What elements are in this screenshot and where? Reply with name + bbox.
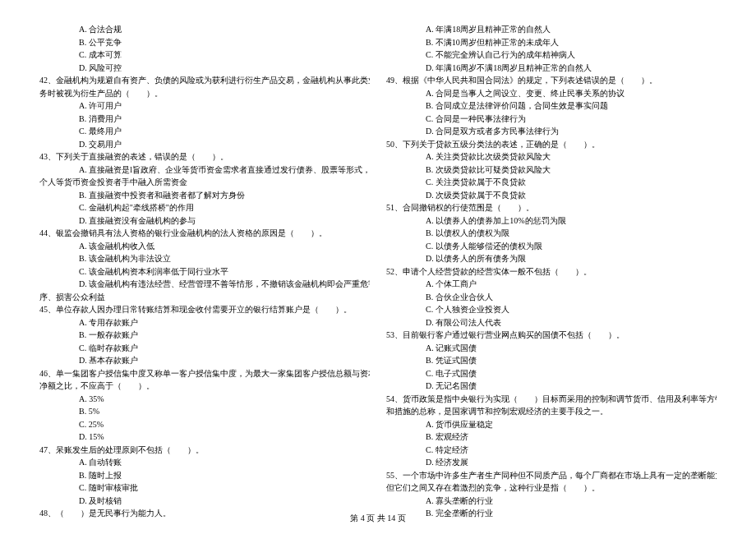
text-line: B. 该金融机构为非法设立 (39, 252, 370, 265)
text-line: 43、下列关于直接融资的表述，错误的是（ ）。 (39, 150, 370, 163)
text-line: B. 不满10周岁但精神正常的未成年人 (386, 36, 717, 49)
text-line: C. 成本可算 (39, 48, 370, 62)
text-line: C. 合同是一种民事法律行为 (386, 113, 717, 126)
text-line: A. 自动转账 (39, 456, 370, 469)
text-line: B. 以债权人的债权为限 (386, 227, 717, 240)
text-line: D. 及时核销 (39, 495, 370, 508)
text-line: 但它们之间又存在着激烈的竞争，这种行业是指（ ）。 (386, 481, 717, 495)
text-line: 52、申请个人经营贷款的经营实体一般不包括（ ）。 (386, 265, 717, 279)
text-line: 49、根据《中华人民共和国合同法》的规定，下列表述错误的是（ ）。 (386, 74, 717, 87)
text-line: C. 随时审核审批 (39, 481, 370, 495)
text-line: B. 公平竞争 (39, 36, 370, 49)
text-line: 47、呆账发生后的处理原则不包括（ ）。 (39, 444, 370, 457)
text-line: B. 5% (39, 405, 370, 418)
text-line: C. 关注类贷款属于不良贷款 (386, 176, 717, 189)
text-line: 53、目前银行客户通过银行营业网点购买的国债不包括（ ）。 (386, 329, 717, 342)
text-line: C. 25% (39, 418, 370, 431)
text-line: D. 基本存款账户 (39, 354, 370, 367)
text-line: 46、单一集团客户授信集中度又称单一客户授信集中度，为最大一家集团客户授信总额与… (39, 367, 370, 380)
text-line: B. 随时上报 (39, 469, 370, 482)
text-line: A. 合法合规 (39, 23, 370, 36)
text-line: 42、金融机构为规避自有资产、负债的风险或为获利进行衍生产品交易，金融机构从事此… (39, 74, 370, 87)
text-line: 序、损害公众利益 (39, 291, 370, 304)
text-line: C. 特定经济 (386, 444, 717, 457)
text-line: B. 直接融资中投资者和融资者都了解对方身份 (39, 189, 370, 202)
text-line: C. 该金融机构资本利润率低于同行业水平 (39, 265, 370, 279)
text-line: A. 寡头垄断的行业 (386, 495, 717, 508)
text-line: 51、合同撤销权的行使范围是（ ）。 (386, 201, 717, 214)
text-line: C. 以债务人能够偿还的债权为限 (386, 240, 717, 253)
text-line: B. 一般存款账户 (39, 329, 370, 342)
text-line: D. 经济发展 (386, 456, 717, 469)
right-column: A. 年满18周岁且精神正常的自然人B. 不满10周岁但精神正常的未成年人C. … (378, 23, 717, 520)
text-line: B. 消费用户 (39, 113, 370, 126)
text-line: C. 最终用户 (39, 125, 370, 138)
text-line: D. 15% (39, 430, 370, 444)
text-line: B. 宏观经济 (386, 430, 717, 444)
text-line: D. 有限公司法人代表 (386, 316, 717, 329)
text-line: B. 次级类贷款比可疑类贷款风险大 (386, 163, 717, 177)
page-footer: 第 4 页 共 14 页 (0, 512, 756, 525)
text-line: A. 关注类贷款比次级类贷款风险大 (386, 150, 717, 163)
text-line: 净额之比，不应高于（ ）。 (39, 380, 370, 393)
text-line: 50、下列关于贷款五级分类法的表述，正确的是（ ）。 (386, 138, 717, 151)
text-line: D. 年满16周岁不满18周岁且精神正常的自然人 (386, 62, 717, 75)
left-column: A. 合法合规B. 公平竞争C. 成本可算D. 风险可控42、金融机构为规避自有… (39, 23, 378, 520)
text-line: A. 以债券人的债券加上10%的惩罚为限 (386, 214, 717, 228)
text-line: 个人等货币资金投资者手中融入所需资金 (39, 176, 370, 189)
text-line: A. 35% (39, 393, 370, 406)
text-line: D. 以债务人的所有债务为限 (386, 252, 717, 265)
text-line: B. 合同成立是法律评价问题，合同生效是事实问题 (386, 99, 717, 113)
text-line: D. 直接融资没有金融机构的参与 (39, 214, 370, 228)
text-line: 45、单位存款人因办理日常转账结算和现金收付需要开立的银行结算账户是（ ）。 (39, 303, 370, 316)
text-line: 和措施的总称，是国家调节和控制宏观经济的主要手段之一。 (386, 405, 717, 418)
text-line: 务时被视为衍生产品的（ ）。 (39, 87, 370, 100)
text-line: C. 不能完全辨认自己行为的成年精神病人 (386, 48, 717, 62)
text-line: D. 该金融机构有违法经营、经营管理不善等情形，不撤销该金融机构即会严重危害金融… (39, 278, 370, 291)
text-line: D. 风险可控 (39, 62, 370, 75)
page-content: A. 合法合规B. 公平竞争C. 成本可算D. 风险可控42、金融机构为规避自有… (0, 0, 756, 534)
text-line: C. 个人独资企业投资人 (386, 303, 717, 316)
text-line: C. 电子式国债 (386, 367, 717, 380)
text-line: A. 合同是当事人之间设立、变更、终止民事关系的协议 (386, 87, 717, 100)
text-line: A. 个体工商户 (386, 278, 717, 291)
text-line: D. 无记名国债 (386, 380, 717, 393)
text-line: D. 合同是双方或者多方民事法律行为 (386, 125, 717, 138)
text-line: D. 交易用户 (39, 138, 370, 151)
text-line: B. 合伙企业合伙人 (386, 291, 717, 304)
text-line: A. 专用存款账户 (39, 316, 370, 329)
text-line: 44、银监会撤销具有法人资格的银行业金融机构的法人资格的原因是（ ）。 (39, 227, 370, 240)
text-line: C. 金融机构起"牵线搭桥"的作用 (39, 201, 370, 214)
text-line: D. 次级类贷款属于不良贷款 (386, 189, 717, 202)
text-line: A. 货币供应量稳定 (386, 418, 717, 431)
text-line: A. 直接融资是l旨政府、企业等货币资金需求者直接通过发行债券、股票等形式，从机… (39, 163, 370, 177)
text-line: 55、一个市场中许多生产者生产同种但不同质产品，每个厂商都在市场上具有一定的垄断… (386, 469, 717, 482)
text-line: A. 许可用户 (39, 99, 370, 113)
text-line: C. 临时存款账户 (39, 342, 370, 355)
text-line: A. 记账式国债 (386, 342, 717, 355)
text-line: A. 年满18周岁且精神正常的自然人 (386, 23, 717, 36)
text-line: 54、货币政策是指中央银行为实现（ ）目标而采用的控制和调节货币、信用及利率等方… (386, 393, 717, 406)
text-line: B. 凭证式国债 (386, 354, 717, 367)
text-line: A. 该金融机构收入低 (39, 240, 370, 253)
